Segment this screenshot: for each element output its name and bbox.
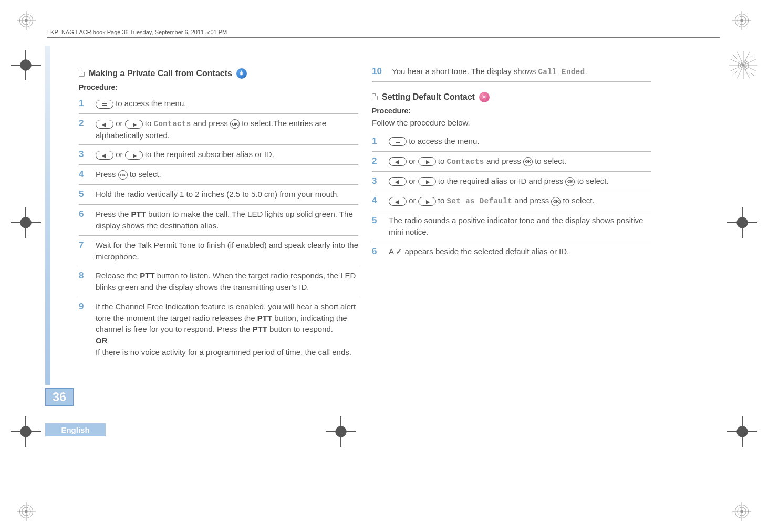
ok-key-icon: OK xyxy=(551,197,561,206)
step-body: Press OK to select. xyxy=(96,169,358,181)
left-key-icon xyxy=(389,177,407,186)
step-l7: 7 Wait for the Talk Permit Tone to finis… xyxy=(79,236,358,267)
step-l2: 2 or to Contacts and press OK to select.… xyxy=(79,114,358,145)
print-header-rule xyxy=(47,37,720,38)
call-ended-text: Call Ended xyxy=(538,68,585,76)
ok-key-icon: OK xyxy=(523,157,533,166)
svg-rect-49 xyxy=(241,72,243,76)
procedure-desc: Follow the procedure below. xyxy=(372,118,651,128)
page-number: 36 xyxy=(45,388,74,406)
procedure-label-right: Procedure: xyxy=(372,106,651,116)
reg-mark-top-left xyxy=(17,11,36,30)
side-gradient xyxy=(45,46,50,385)
step-l4: 4 Press OK to select. xyxy=(79,165,358,185)
radio-icon xyxy=(236,68,247,79)
signal-icon xyxy=(479,92,490,102)
menu-key-icon xyxy=(96,100,113,109)
ok-key-icon: OK xyxy=(230,119,240,129)
step-num: 2 xyxy=(79,118,90,141)
step-l1: 1 to access the menu. xyxy=(79,94,358,114)
print-header: LKP_NAG-LACR.book Page 36 Tuesday, Septe… xyxy=(47,29,720,38)
step-num: 4 xyxy=(372,195,383,207)
step-num: 9 xyxy=(79,301,90,358)
step-num: 4 xyxy=(79,169,90,181)
step-num: 6 xyxy=(372,246,383,258)
doc-icon xyxy=(79,70,85,77)
step-body: to access the menu. xyxy=(96,98,358,110)
column-left: Making a Private Call from Contacts Proc… xyxy=(79,66,358,362)
crosshair-right-bottom xyxy=(727,416,757,447)
step-body: Release the PTT button to listen. When t… xyxy=(96,270,358,293)
step-body: The radio sounds a positive indicator to… xyxy=(389,215,651,238)
step-body: or to Set as Default and press OK to sel… xyxy=(389,195,651,207)
step-num: 1 xyxy=(79,98,90,110)
step-num: 2 xyxy=(372,155,383,168)
reg-mark-top-right xyxy=(732,11,751,30)
right-key-icon xyxy=(125,151,143,160)
step-body: If the Channel Free Indication feature i… xyxy=(96,301,358,358)
check-icon xyxy=(396,247,402,256)
step-body: You hear a short tone. The display shows… xyxy=(392,66,651,78)
step-num: 3 xyxy=(79,149,90,161)
left-key-icon xyxy=(389,157,407,166)
procedure-label-left: Procedure: xyxy=(79,82,358,92)
contacts-text: Contacts xyxy=(447,158,484,166)
ok-key-icon: OK xyxy=(118,170,128,180)
step-num: 6 xyxy=(79,208,90,232)
step-l3: 3 or to the required subscriber alias or… xyxy=(79,145,358,165)
step-num: 8 xyxy=(79,270,90,293)
left-key-icon xyxy=(389,197,407,206)
step-body: Hold the radio vertically 1 to 2 inches … xyxy=(96,189,358,201)
step-l5: 5 Hold the radio vertically 1 to 2 inche… xyxy=(79,185,358,205)
step-r1: 1 to access the menu. xyxy=(372,132,651,152)
heading-default-contact-text: Setting Default Contact xyxy=(382,91,475,103)
step-l10: 10 You hear a short tone. The display sh… xyxy=(372,66,651,82)
step-num: 10 xyxy=(372,66,387,78)
ptt-text: PTT xyxy=(140,271,154,280)
heading-default-contact: Setting Default Contact xyxy=(372,91,651,103)
reg-mark-bottom-left xyxy=(17,502,36,521)
reg-mark-bottom-right xyxy=(732,502,751,521)
step-r4: 4 or to Set as Default and press OK to s… xyxy=(372,191,651,211)
step-num: 1 xyxy=(372,135,383,148)
step-num: 5 xyxy=(372,215,383,238)
crosshair-center-bottom xyxy=(326,416,356,447)
step-num: 3 xyxy=(372,175,383,187)
step-l6: 6 Press the PTT button to make the call.… xyxy=(79,205,358,236)
step-body: or to Contacts and press OK to select.Th… xyxy=(96,118,358,141)
step-l9: 9 If the Channel Free Indication feature… xyxy=(79,297,358,362)
left-key-icon xyxy=(96,120,113,129)
step-r5: 5 The radio sounds a positive indicator … xyxy=(372,211,651,242)
print-header-text: LKP_NAG-LACR.book Page 36 Tuesday, Septe… xyxy=(47,29,227,35)
doc-icon xyxy=(372,93,378,100)
step-body: Wait for the Talk Permit Tone to finish … xyxy=(96,239,358,263)
heading-private-call-text: Making a Private Call from Contacts xyxy=(89,68,232,79)
contacts-text: Contacts xyxy=(154,120,191,128)
right-key-icon xyxy=(418,157,436,166)
step-l8: 8 Release the PTT button to listen. When… xyxy=(79,266,358,297)
svg-point-51 xyxy=(483,96,485,98)
right-key-icon xyxy=(125,120,143,129)
step-r6: 6 A appears beside the selected default … xyxy=(372,242,651,262)
right-key-icon xyxy=(418,177,436,186)
crosshair-right-mid xyxy=(727,207,757,238)
ok-key-icon: OK xyxy=(565,177,575,186)
language-tab: English xyxy=(45,423,106,436)
step-r2: 2 or to Contacts and press OK to select. xyxy=(372,152,651,172)
step-body: Press the PTT button to make the call. T… xyxy=(96,208,358,232)
step-num: 7 xyxy=(79,239,90,263)
ptt-text: PTT xyxy=(257,314,272,322)
set-as-default-text: Set as Default xyxy=(447,197,513,205)
crosshair-left-bottom xyxy=(11,416,41,447)
crosshair-left-top xyxy=(11,50,41,80)
step-r3: 3 or to the required alias or ID and pre… xyxy=(372,172,651,192)
svg-rect-50 xyxy=(241,71,242,72)
menu-key-icon xyxy=(389,137,407,146)
step-body: to access the menu. xyxy=(389,135,651,148)
left-key-icon xyxy=(96,151,113,160)
step-body: A appears beside the selected default al… xyxy=(389,246,651,258)
crosshair-left-mid xyxy=(11,207,41,238)
step-num: 5 xyxy=(79,189,90,201)
right-key-icon xyxy=(418,197,436,206)
heading-private-call: Making a Private Call from Contacts xyxy=(79,68,358,79)
